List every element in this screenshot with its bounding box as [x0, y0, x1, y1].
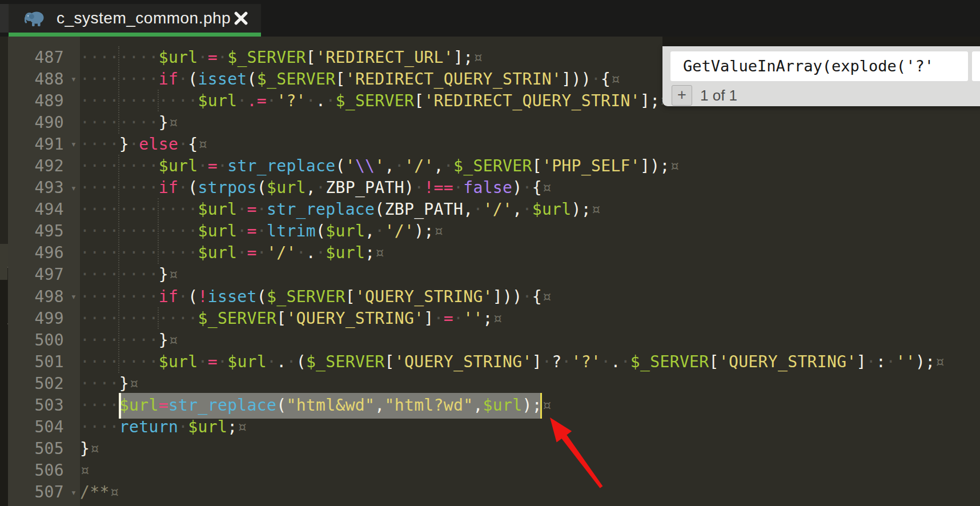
find-panel: GetValueInArray(explode('?' + 1 of 1 — [662, 46, 980, 106]
fold-arrow-icon[interactable]: ▾ — [64, 182, 80, 194]
code-area[interactable]: 487········$url·=·$_SERVER['REDIRECT_URL… — [0, 46, 980, 503]
line-number: 501 — [0, 352, 64, 371]
code-line-498[interactable]: 498▾········if·(!isset($_SERVER['QUERY_S… — [0, 286, 980, 307]
code-token: [ — [709, 352, 719, 371]
code-line-492[interactable]: 492········$url·=·str_replace('\\',·'/',… — [0, 155, 980, 176]
code-token: ( — [276, 396, 286, 415]
code-token: $url — [198, 222, 238, 240]
code-token: [ — [385, 352, 395, 371]
code-token: ············ — [80, 309, 198, 328]
code-text: ········if·(!isset($_SERVER['QUERY_STRIN… — [80, 287, 552, 306]
code-token: , — [385, 156, 395, 175]
line-number: 505 — [0, 439, 64, 458]
code-token: ···· — [80, 374, 119, 393]
code-line-500[interactable]: 500········}¤ — [0, 329, 980, 351]
code-token: if — [159, 287, 178, 306]
code-text: ········$url·=·$_SERVER['REDIRECT_URL'];… — [80, 48, 483, 67]
code-line-507[interactable]: 507▾/**¤ — [0, 481, 980, 503]
code-token: · — [414, 178, 424, 197]
fold-arrow-icon[interactable]: ▾ — [64, 138, 80, 150]
code-token: · — [316, 243, 326, 262]
code-line-491[interactable]: 491▾····}·else·{¤ — [0, 133, 980, 155]
code-token: ( — [375, 200, 384, 219]
code-token: ; — [227, 417, 237, 436]
code-line-502[interactable]: 502····}¤ — [0, 372, 980, 394]
code-token: ( — [188, 70, 198, 89]
code-line-495[interactable]: 495············$url·=·ltrim($url,·'/');¤ — [0, 220, 980, 242]
code-token: · — [267, 91, 276, 110]
code-token: \\ — [355, 156, 375, 175]
code-token: "html&wd" — [286, 396, 375, 415]
line-number: 489 — [0, 91, 64, 110]
code-token: ············ — [80, 222, 198, 240]
code-token: · — [886, 352, 895, 371]
code-line-504[interactable]: 504····return·$url;¤ — [0, 416, 980, 438]
code-token: · — [178, 135, 188, 154]
eol-marker: ¤ — [591, 200, 601, 219]
line-number: 497 — [0, 265, 64, 284]
fold-arrow-icon[interactable]: ▾ — [64, 291, 80, 302]
code-text: ····}¤ — [80, 374, 139, 393]
code-token: ········ — [80, 178, 159, 197]
code-token: [ — [532, 156, 542, 175]
code-token: $url — [119, 396, 159, 415]
code-token: , — [473, 396, 483, 415]
code-token: $_SERVER — [267, 287, 346, 306]
code-token: · — [621, 352, 630, 371]
eol-marker: ¤ — [110, 483, 119, 501]
eol-marker: ¤ — [168, 331, 178, 350]
code-token: !== — [424, 178, 453, 197]
code-text: /**¤ — [80, 483, 119, 501]
code-line-496[interactable]: 496············$url·=·'/'·.·$url;¤ — [0, 242, 980, 264]
code-token: "html?wd" — [385, 396, 473, 415]
code-token: = — [247, 243, 257, 262]
code-token: $_SERVER — [257, 70, 336, 89]
code-token: $url — [227, 352, 267, 371]
code-token: = — [247, 200, 257, 219]
code-token: strpos — [198, 178, 257, 197]
code-line-506[interactable]: 506¤ — [0, 460, 980, 481]
line-number: 490 — [0, 113, 64, 132]
code-token: · — [434, 309, 444, 328]
code-line-493[interactable]: 493▾········if·(strpos($url,·ZBP_PATH)·!… — [0, 177, 980, 199]
fold-arrow-icon[interactable]: ▾ — [64, 487, 80, 498]
code-token: } — [119, 374, 129, 393]
code-token: · — [237, 200, 247, 219]
code-line-490[interactable]: 490········}¤ — [0, 111, 980, 133]
code-text: ········$url·=·$url·.·($_SERVER['QUERY_S… — [80, 352, 945, 371]
code-token: . — [316, 91, 326, 110]
code-line-499[interactable]: 499············$_SERVER['QUERY_STRING']·… — [0, 307, 980, 329]
fold-arrow-icon[interactable]: ▾ — [64, 73, 80, 85]
code-token: · — [523, 178, 532, 197]
code-token: '/' — [404, 156, 434, 175]
code-token: ); — [522, 396, 541, 415]
code-text: ············$_SERVER['QUERY_STRING']·=·'… — [80, 309, 503, 328]
code-token: $_SERVER — [306, 352, 385, 371]
eol-marker: ¤ — [542, 178, 552, 197]
eol-marker: ¤ — [168, 265, 178, 284]
code-token: ············ — [80, 243, 198, 262]
code-line-501[interactable]: 501········$url·=·$url·.·($_SERVER['QUER… — [0, 351, 980, 372]
code-token: { — [532, 178, 542, 197]
code-token: · — [267, 352, 276, 371]
add-search-button[interactable]: + — [672, 85, 692, 106]
code-token: str_replace — [168, 396, 276, 415]
close-icon[interactable] — [234, 11, 248, 26]
line-number: 507 — [0, 483, 64, 501]
code-token: $url — [159, 352, 198, 371]
find-options-button[interactable] — [972, 51, 980, 81]
code-line-494[interactable]: 494············$url·=·str_replace(ZBP_PA… — [0, 199, 980, 220]
tab-c-system-common[interactable]: c_system_common.php — [9, 4, 261, 33]
eol-marker: ¤ — [129, 374, 139, 393]
code-line-503[interactable]: 503····$url=str_replace("html&wd","html?… — [0, 395, 980, 416]
code-line-505[interactable]: 505}¤ — [0, 438, 980, 460]
find-input[interactable]: GetValueInArray(explode('?' — [670, 51, 968, 81]
code-token: · — [237, 222, 247, 240]
code-token: { — [601, 70, 611, 89]
code-token: $_SERVER — [227, 48, 306, 67]
code-token: } — [159, 331, 168, 350]
eol-marker: ¤ — [168, 113, 178, 132]
code-token: ])) — [493, 287, 523, 306]
code-token: ( — [335, 156, 345, 175]
code-line-497[interactable]: 497········}¤ — [0, 264, 980, 286]
